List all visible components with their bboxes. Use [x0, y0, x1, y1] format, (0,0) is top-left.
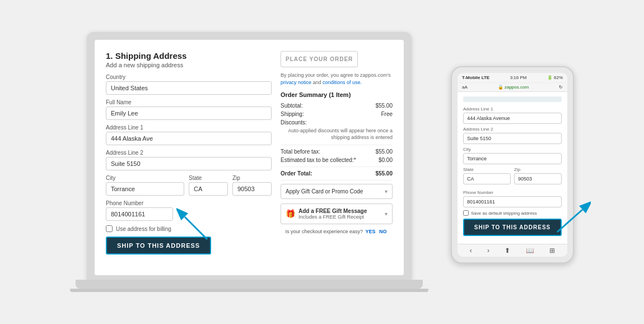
shipping-row: Shipping: Free [281, 111, 393, 117]
book-icon[interactable]: 📖 [526, 247, 534, 254]
gift-section[interactable]: 🎁 Add a FREE Gift Message Includes a FRE… [281, 203, 393, 224]
city-state-zip-row: City State Zip [106, 175, 272, 200]
subtotal-value: $55.00 [375, 103, 393, 109]
phone-container: T-Mobile LTE 3:16 PM 🔋 62% aA 🔒 zappos.c… [451, 66, 574, 263]
shipping-value: Free [381, 111, 393, 117]
aa-button[interactable]: aA [462, 85, 468, 90]
zip-group: Zip [232, 175, 272, 196]
city-label: City [106, 175, 184, 181]
svg-line-3 [557, 210, 582, 232]
phone-default-shipping-row: Save as default shipping address [463, 210, 562, 216]
share-icon[interactable]: ⬆ [505, 247, 510, 254]
phone-arrow [552, 198, 591, 240]
country-label: Country [106, 74, 272, 80]
lock-icon: 🔒 [498, 85, 503, 90]
address2-input[interactable] [106, 157, 272, 170]
privacy-notice-link[interactable]: privacy notice [281, 80, 311, 85]
phone-phone-group: Phone Number [463, 190, 562, 207]
phone-state-input[interactable] [463, 173, 511, 184]
refresh-icon[interactable]: ↻ [559, 85, 563, 90]
fullname-group: Full Name [106, 99, 272, 120]
phone-url-bar: aA 🔒 zappos.com ↻ [458, 83, 567, 92]
phone-state-group: State [463, 167, 511, 187]
zip-input[interactable] [232, 182, 272, 196]
section-subtitle: Add a new shipping address [106, 62, 272, 68]
feedback-row: Is your checkout experience easy? YES NO [281, 229, 393, 234]
time-label: 3:16 PM [510, 75, 527, 80]
main-scene: 1. Shipping Address Add a new shipping a… [0, 0, 644, 324]
laptop-container: 1. Shipping Address Add a new shipping a… [70, 32, 428, 292]
billing-checkbox[interactable] [106, 225, 113, 232]
section-title: 1. Shipping Address [106, 51, 272, 61]
phone-ship-button[interactable]: SHIP TO THIS ADDRESS [463, 219, 562, 236]
gift-icon: 🎁 [286, 209, 295, 218]
feedback-yes-link[interactable]: YES [366, 229, 376, 234]
feedback-no-link[interactable]: NO [379, 229, 387, 234]
order-notice: By placing your order, you agree to zapp… [281, 72, 393, 86]
address1-input[interactable] [106, 132, 272, 145]
gift-subtitle: Includes a FREE Gift Receipt [298, 214, 367, 220]
discounts-note: Auto-applied discounts will appear here … [281, 128, 393, 141]
state-label: State [189, 175, 228, 181]
shipping-label: Shipping: [281, 111, 304, 117]
promo-section[interactable]: Apply Gift Card or Promo Code ▾ [281, 184, 393, 199]
order-total-label: Order Total: [281, 170, 312, 177]
address2-label: Address Line 2 [106, 150, 272, 156]
phone-city-input[interactable] [463, 153, 562, 164]
laptop-bezel: 1. Shipping Address Add a new shipping a… [87, 32, 412, 280]
discounts-label: Discounts: [281, 119, 307, 126]
order-summary-title: Order Summary (1 Item) [281, 91, 393, 98]
phone-address1-label: Address Line 1 [463, 107, 562, 112]
laptop-screen: 1. Shipping Address Add a new shipping a… [95, 40, 404, 275]
gift-title: Add a FREE Gift Message [298, 208, 367, 214]
feedback-label: Is your checkout experience easy? [285, 229, 363, 234]
city-input[interactable] [106, 182, 184, 196]
estimated-tax-row: Estimated tax to be collected:* $0.00 [281, 157, 393, 163]
fullname-input[interactable] [106, 107, 272, 120]
phone-zip-label: Zip [514, 167, 562, 172]
laptop-foot [70, 289, 428, 292]
phone-status-bar: T-Mobile LTE 3:16 PM 🔋 62% [458, 73, 567, 83]
phone-screen: T-Mobile LTE 3:16 PM 🔋 62% aA 🔒 zappos.c… [458, 73, 567, 257]
phone-phone-label: Phone Number [463, 190, 562, 195]
url-display: 🔒 zappos.com [498, 85, 529, 90]
phone-state-label: State [463, 167, 511, 172]
address1-group: Address Line 1 [106, 124, 272, 145]
conditions-link[interactable]: conditions of use. [323, 80, 362, 85]
subtotal-row: Subtotal: $55.00 [281, 103, 393, 109]
place-order-button[interactable]: PLACE YOUR ORDER [281, 51, 358, 67]
state-input[interactable] [189, 182, 228, 196]
phone-zip-input[interactable] [514, 173, 562, 184]
address2-group: Address Line 2 [106, 150, 272, 170]
zip-label: Zip [232, 175, 272, 181]
city-group: City [106, 175, 184, 196]
phone-input[interactable] [106, 207, 173, 221]
phone-address2-group: Address Line 2 [463, 127, 562, 144]
phone-default-shipping-checkbox[interactable] [463, 210, 469, 216]
phone-header-blur [463, 96, 562, 102]
total-before-tax-label: Total before tax: [281, 149, 320, 155]
svg-line-1 [185, 217, 207, 239]
promo-label: Apply Gift Card or Promo Code [286, 188, 363, 195]
country-select[interactable]: United States [106, 81, 272, 95]
phone-address1-input[interactable] [463, 113, 562, 124]
battery-indicator: 🔋 62% [547, 75, 563, 80]
gift-expand-icon: ▾ [385, 211, 388, 217]
forward-icon[interactable]: › [487, 247, 489, 254]
phone-address2-label: Address Line 2 [463, 127, 562, 132]
total-before-tax-row: Total before tax: $55.00 [281, 149, 393, 155]
total-before-tax-value: $55.00 [375, 149, 393, 155]
tabs-icon[interactable]: ⊞ [549, 247, 555, 254]
order-summary-panel: PLACE YOUR ORDER By placing your order, … [281, 51, 393, 254]
estimated-tax-label: Estimated tax to be collected:* [281, 157, 356, 163]
battery-icon: 🔋 [547, 75, 553, 80]
phone-form-content: Address Line 1 Address Line 2 City State [458, 92, 567, 244]
back-icon[interactable]: ‹ [470, 247, 472, 254]
phone-address2-input[interactable] [463, 133, 562, 144]
phone-phone-input[interactable] [463, 196, 562, 207]
phone-default-shipping-label: Save as default shipping address [471, 211, 537, 216]
phone-nav-bar: ‹ › ⬆ 📖 ⊞ [458, 244, 567, 257]
phone-state-zip-row: State Zip [463, 167, 562, 190]
discounts-row: Discounts: [281, 119, 393, 126]
phone-city-label: City [463, 147, 562, 152]
